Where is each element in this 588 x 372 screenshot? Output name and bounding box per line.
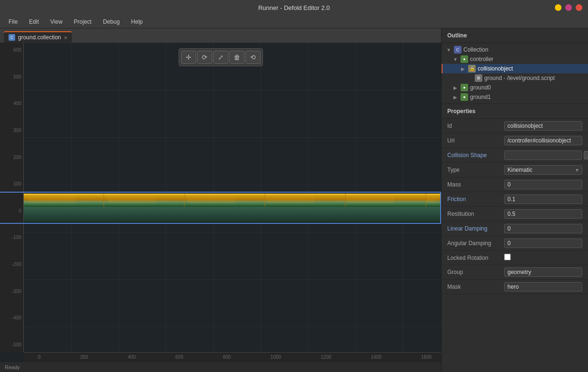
app-title: Runner - Defold Editor 2.0 — [258, 4, 330, 11]
delete-tool-button[interactable]: 🗑 — [229, 51, 244, 64]
x-label-600: 600 — [175, 354, 183, 360]
menu-project[interactable]: Project — [69, 17, 96, 27]
camera-tool-button[interactable]: ⟲ — [245, 51, 261, 64]
statusbar: Ready — [0, 362, 441, 372]
x-label-1200: 1200 — [321, 354, 331, 360]
prop-checkbox-locked-rotation[interactable] — [504, 254, 511, 260]
y-label-300: 300 — [2, 128, 21, 133]
prop-input-friction[interactable] — [504, 195, 582, 204]
prop-shape-wrapper: … ✕ — [504, 151, 588, 160]
close-button[interactable] — [576, 4, 582, 11]
menu-debug[interactable]: Debug — [98, 17, 124, 27]
controller-icon: ● — [461, 55, 468, 63]
tab-label: ground.collection — [18, 34, 61, 41]
prop-row-id: Id — [442, 119, 588, 133]
prop-input-mass[interactable] — [504, 180, 582, 189]
prop-value-type: Kinematic Dynamic Static Trigger ▼ — [504, 165, 582, 175]
right-panel: Outline ▼ C Collection ▼ ● controller ▶ — [441, 28, 588, 372]
prop-shape-browse-btn[interactable]: … — [584, 151, 588, 159]
x-label-800: 800 — [223, 354, 231, 360]
prop-input-linear-damping[interactable] — [504, 224, 582, 233]
ground0-icon: ● — [461, 84, 468, 91]
tab-bar: C ground.collection × — [0, 28, 441, 43]
tree-label-ground-script: ground - /level/ground.script — [484, 75, 588, 81]
prop-value-mask — [504, 282, 582, 292]
x-label-0: 0 — [38, 354, 41, 360]
prop-label-angular-damping: Angular Damping — [447, 240, 504, 247]
ground1-icon: ● — [461, 93, 468, 101]
prop-input-group[interactable] — [504, 267, 582, 277]
menu-file[interactable]: File — [4, 17, 22, 27]
prop-row-type: Type Kinematic Dynamic Static Trigger ▼ — [442, 163, 588, 177]
prop-input-url[interactable] — [504, 136, 582, 145]
tree-item-ground-script[interactable]: ⚙ ground - /level/ground.script — [442, 73, 588, 83]
tab-icon: C — [9, 34, 15, 41]
prop-label-mask: Mask — [447, 283, 504, 290]
prop-value-friction — [504, 195, 582, 204]
prop-label-url: Url — [447, 137, 504, 144]
y-label-400: 400 — [2, 101, 21, 106]
x-label-1600: 1600 — [421, 354, 432, 360]
prop-value-url — [504, 136, 582, 145]
menu-edit[interactable]: Edit — [24, 17, 44, 27]
tab-close-button[interactable]: × — [64, 35, 68, 41]
ground-script-icon: ⚙ — [475, 74, 482, 82]
prop-input-collision-shape[interactable] — [504, 151, 582, 160]
prop-label-mass: Mass — [447, 181, 504, 188]
x-ruler-labels: 0 200 400 600 800 1000 1200 1400 1600 — [28, 354, 441, 360]
maximize-button[interactable] — [565, 4, 572, 11]
prop-label-id: Id — [447, 123, 504, 129]
status-text: Ready — [5, 364, 20, 370]
prop-row-friction: Friction — [442, 192, 588, 207]
window-controls — [555, 4, 582, 11]
tree-item-ground0[interactable]: ▶ ● ground0 — [442, 83, 588, 92]
tree-item-controller[interactable]: ▼ ● controller — [442, 54, 588, 64]
tree-item-ground1[interactable]: ▶ ● ground1 — [442, 92, 588, 102]
outline-header: Outline — [442, 28, 588, 43]
prop-label-collision-shape: Collision Shape — [447, 152, 504, 159]
prop-value-restitution — [504, 209, 582, 219]
tree-label-controller: controller — [470, 56, 588, 62]
prop-select-type[interactable]: Kinematic Dynamic Static Trigger — [504, 165, 582, 175]
menu-view[interactable]: View — [45, 17, 67, 27]
menu-help[interactable]: Help — [127, 17, 148, 27]
prop-row-linear-damping: Linear Damping — [442, 221, 588, 236]
prop-value-group — [504, 267, 582, 277]
prop-value-id — [504, 121, 582, 131]
tree-arrow-collection: ▼ — [445, 47, 452, 53]
prop-input-restitution[interactable] — [504, 209, 582, 219]
viewport[interactable]: 600 500 400 300 200 100 0 -100 -200 -300… — [0, 43, 441, 362]
scale-tool-button[interactable]: ⤢ — [213, 51, 228, 64]
prop-row-mask: Mask — [442, 280, 588, 294]
prop-row-mass: Mass — [442, 177, 588, 192]
y-label-500: 500 — [2, 74, 21, 80]
tree-item-collection[interactable]: ▼ C Collection — [442, 45, 588, 54]
ground-stripe — [24, 194, 441, 222]
editor-area: C ground.collection × 600 500 400 300 20… — [0, 28, 441, 372]
collisionobject-icon: 🔒 — [468, 65, 476, 72]
prop-input-id[interactable] — [504, 121, 582, 131]
prop-label-group: Group — [447, 269, 504, 275]
y-label-600: 600 — [2, 47, 21, 53]
prop-input-angular-damping[interactable] — [504, 239, 582, 248]
tree-item-collisionobject[interactable]: ▶ 🔒 collisionobject — [442, 64, 588, 73]
x-label-400: 400 — [128, 354, 136, 360]
rotate-tool-button[interactable]: ⟳ — [197, 51, 212, 64]
move-tool-button[interactable]: ✛ — [181, 51, 196, 64]
viewport-toolbar: ✛ ⟳ ⤢ 🗑 ⟲ — [179, 48, 263, 66]
titlebar: Runner - Defold Editor 2.0 — [0, 0, 588, 15]
x-label-1000: 1000 — [271, 354, 281, 360]
y-label-100: 100 — [2, 181, 21, 186]
tab-ground-collection[interactable]: C ground.collection × — [4, 31, 72, 43]
tree-label-ground0: ground0 — [470, 84, 588, 91]
prop-input-mask[interactable] — [504, 282, 582, 292]
prop-value-locked-rotation — [504, 254, 582, 262]
tree-arrow-controller: ▼ — [452, 57, 459, 62]
prop-row-restitution: Restitution — [442, 207, 588, 221]
tree-arrow-ground0: ▶ — [452, 85, 459, 90]
tree-label-ground1: ground1 — [470, 94, 588, 100]
prop-value-mass — [504, 180, 582, 189]
minimize-button[interactable] — [555, 4, 561, 11]
properties-header: Properties — [442, 104, 588, 119]
y-label-n400: -400 — [2, 315, 21, 320]
